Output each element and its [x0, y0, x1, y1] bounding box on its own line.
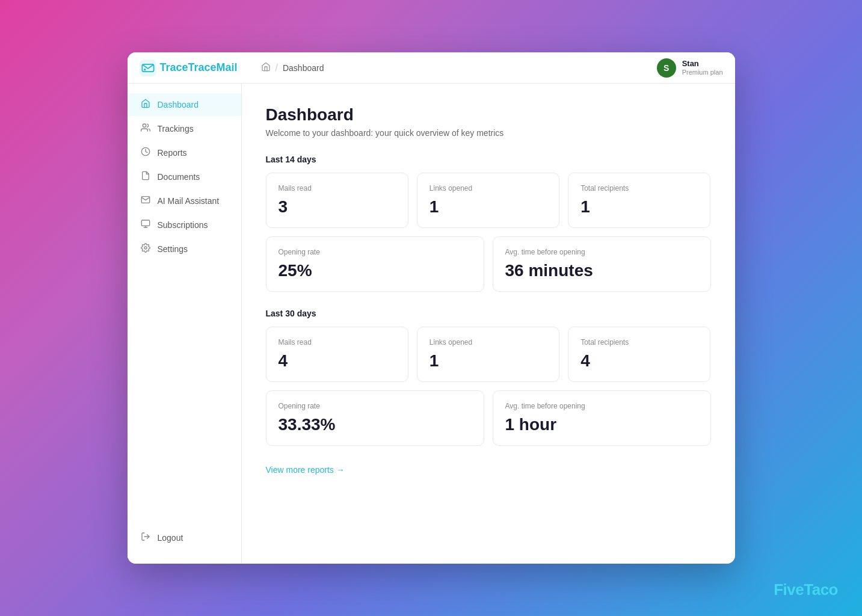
reports-icon — [140, 147, 152, 159]
top-bar: TraceTraceMail / Dashboard S Stan Premiu… — [128, 52, 735, 84]
sidebar-item-trackings-label: Trackings — [158, 124, 194, 134]
sidebar-item-ai-mail-label: AI Mail Assistant — [158, 196, 220, 206]
metric-card-links-opened-14: Links opened 1 — [417, 173, 559, 228]
metric-value: 4 — [580, 351, 698, 371]
sidebar-item-reports-label: Reports — [158, 148, 187, 158]
sidebar-item-documents-label: Documents — [158, 172, 200, 182]
svg-point-2 — [144, 68, 146, 70]
breadcrumb-area: / Dashboard — [254, 62, 657, 74]
main-layout: Dashboard Trackings — [128, 84, 735, 564]
page-subtitle: Welcome to your dashboard: your quick ov… — [266, 128, 711, 138]
metrics-30-row1: Mails read 4 Links opened 1 Total recipi… — [266, 327, 711, 382]
metric-label: Links opened — [429, 338, 547, 346]
user-name: Stan — [682, 59, 723, 69]
subscriptions-icon — [140, 219, 152, 231]
sidebar-item-documents[interactable]: Documents — [128, 165, 241, 188]
sidebar-nav: Dashboard Trackings — [128, 93, 241, 260]
fivetaco-brand: FiveTaco — [774, 581, 838, 599]
documents-icon — [140, 171, 152, 183]
metric-card-mails-read-30: Mails read 4 — [266, 327, 408, 382]
metric-label: Opening rate — [279, 248, 472, 256]
sidebar-item-trackings[interactable]: Trackings — [128, 117, 241, 140]
section-14-days: Last 14 days Mails read 3 Links opened 1… — [266, 155, 711, 292]
metric-label: Opening rate — [279, 402, 472, 410]
metric-value: 1 — [580, 197, 698, 217]
sidebar-item-logout[interactable]: Logout — [128, 526, 241, 549]
page-title: Dashboard — [266, 105, 711, 125]
metric-card-avg-time-14: Avg. time before opening 36 minutes — [493, 236, 711, 292]
logout-label: Logout — [158, 533, 183, 543]
metric-label: Avg. time before opening — [505, 248, 698, 256]
dashboard-icon — [140, 99, 152, 111]
user-info: Stan Premium plan — [682, 59, 723, 76]
avatar: S — [657, 58, 676, 78]
logout-icon — [140, 532, 152, 544]
fivetaco-colored: Five — [774, 581, 804, 599]
section-30-days: Last 30 days Mails read 4 Links opened 1… — [266, 309, 711, 446]
metric-card-links-opened-30: Links opened 1 — [417, 327, 559, 382]
metric-card-total-recipients-30: Total recipients 4 — [568, 327, 710, 382]
metric-card-opening-rate-30: Opening rate 33.33% — [266, 390, 484, 446]
view-more-reports-link[interactable]: View more reports → — [266, 465, 345, 475]
user-plan: Premium plan — [682, 69, 723, 76]
sidebar-bottom: Logout — [128, 526, 241, 554]
logo-text: TraceTraceMail — [160, 61, 238, 74]
metric-value: 25% — [279, 261, 472, 280]
metric-label: Total recipients — [580, 338, 698, 346]
sidebar-item-dashboard-label: Dashboard — [158, 100, 199, 109]
sidebar-item-settings-label: Settings — [158, 244, 188, 254]
settings-icon — [140, 243, 152, 255]
metric-label: Links opened — [429, 184, 547, 192]
app-window: TraceTraceMail / Dashboard S Stan Premiu… — [128, 52, 735, 564]
trackings-icon — [140, 123, 152, 135]
sidebar-item-subscriptions[interactable]: Subscriptions — [128, 214, 241, 236]
user-area: S Stan Premium plan — [657, 58, 723, 78]
metric-value: 36 minutes — [505, 261, 698, 280]
metric-value: 3 — [279, 197, 396, 217]
sidebar-item-settings[interactable]: Settings — [128, 238, 241, 260]
metrics-14-row1: Mails read 3 Links opened 1 Total recipi… — [266, 173, 711, 228]
svg-rect-5 — [141, 220, 149, 226]
metrics-30-row2: Opening rate 33.33% Avg. time before ope… — [266, 390, 711, 446]
metric-card-opening-rate-14: Opening rate 25% — [266, 236, 484, 292]
section-30-days-label: Last 30 days — [266, 309, 711, 318]
metrics-14-row2: Opening rate 25% Avg. time before openin… — [266, 236, 711, 292]
sidebar-item-ai-mail-assistant[interactable]: AI Mail Assistant — [128, 189, 241, 212]
sidebar-item-reports[interactable]: Reports — [128, 141, 241, 164]
metric-value: 1 hour — [505, 415, 698, 434]
sidebar: Dashboard Trackings — [128, 84, 242, 564]
sidebar-item-dashboard[interactable]: Dashboard — [128, 93, 241, 116]
metric-value: 33.33% — [279, 415, 472, 434]
home-icon[interactable] — [261, 62, 271, 74]
metric-value: 1 — [429, 351, 547, 371]
breadcrumb-separator: / — [276, 63, 278, 73]
ai-mail-icon — [140, 195, 152, 207]
breadcrumb-current: Dashboard — [283, 63, 324, 73]
metric-value: 4 — [279, 351, 396, 371]
metric-label: Mails read — [279, 338, 396, 346]
metric-card-mails-read-14: Mails read 3 — [266, 173, 408, 228]
logo-icon — [140, 60, 156, 76]
metric-value: 1 — [429, 197, 547, 217]
metric-card-total-recipients-14: Total recipients 1 — [568, 173, 710, 228]
section-14-days-label: Last 14 days — [266, 155, 711, 164]
svg-point-3 — [143, 124, 146, 127]
metric-label: Mails read — [279, 184, 396, 192]
metric-label: Total recipients — [580, 184, 698, 192]
svg-point-8 — [144, 247, 147, 249]
content-area: Dashboard Welcome to your dashboard: you… — [242, 84, 735, 564]
metric-label: Avg. time before opening — [505, 402, 698, 410]
sidebar-item-subscriptions-label: Subscriptions — [158, 220, 208, 230]
logo-area: TraceTraceMail — [140, 60, 254, 76]
metric-card-avg-time-30: Avg. time before opening 1 hour — [493, 390, 711, 446]
